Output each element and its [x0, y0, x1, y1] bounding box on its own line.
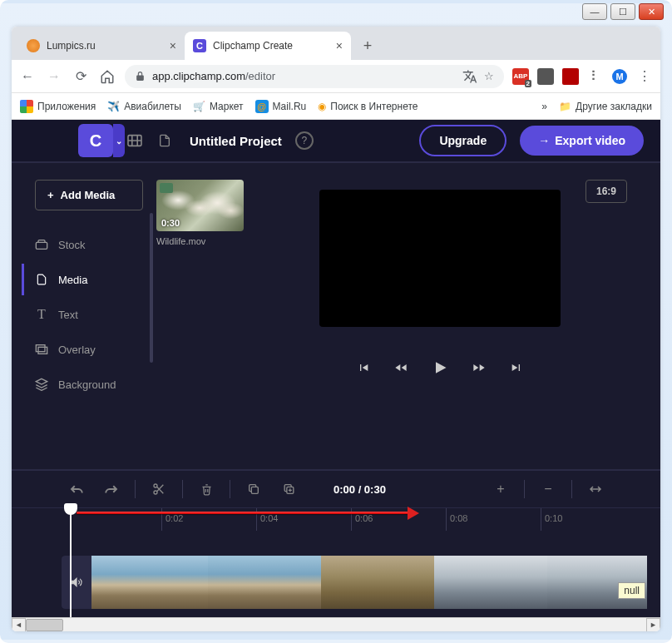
extension-adobe-icon[interactable]: [562, 68, 579, 85]
upgrade-button[interactable]: Upgrade: [419, 125, 506, 156]
lock-icon: [135, 71, 146, 82]
sidebar-item-background[interactable]: Background: [22, 368, 145, 400]
skip-start-button[interactable]: [357, 361, 370, 374]
menu-button[interactable]: ⋮: [635, 67, 654, 86]
bookmark-label: Приложения: [37, 101, 96, 112]
tab-close-icon[interactable]: ×: [170, 39, 176, 52]
new-tab-button[interactable]: +: [356, 34, 379, 57]
favicon-icon: [27, 39, 40, 52]
sidebar-label: Text: [58, 309, 78, 321]
export-label: Export video: [555, 134, 625, 147]
rewind-button[interactable]: [393, 361, 408, 374]
overlay-icon: [35, 343, 48, 356]
aspect-ratio-button[interactable]: 16:9: [586, 180, 627, 203]
logo-letter: C: [90, 131, 101, 151]
duplicate-button[interactable]: [274, 476, 304, 502]
undo-button[interactable]: [62, 476, 91, 502]
close-window-button[interactable]: ✕: [639, 3, 664, 20]
extension-abp-icon[interactable]: ABP 2: [512, 68, 529, 85]
extension-icon[interactable]: [537, 68, 554, 85]
bookmark-avia[interactable]: ✈️ Авиабилеты: [107, 101, 181, 112]
svg-rect-3: [38, 347, 47, 354]
sidebar-item-text[interactable]: T Text: [22, 299, 145, 330]
bookmark-apps[interactable]: Приложения: [20, 100, 96, 113]
plane-icon: ✈️: [107, 101, 120, 112]
abp-label: ABP: [514, 72, 528, 80]
bookmark-search[interactable]: ◉ Поиск в Интернете: [318, 101, 418, 112]
star-icon[interactable]: ☆: [484, 70, 494, 82]
split-button[interactable]: [144, 476, 174, 502]
bookmark-label: Mail.Ru: [273, 101, 307, 112]
sidebar-scrollbar[interactable]: [150, 213, 153, 363]
cart-icon: 🛒: [193, 101, 205, 112]
add-media-button[interactable]: + Add Media: [35, 180, 143, 210]
translate-icon[interactable]: [462, 69, 477, 84]
video-library-icon[interactable]: [126, 132, 143, 149]
maximize-button[interactable]: ☐: [610, 3, 635, 20]
clip-frame: [321, 556, 434, 609]
null-tooltip: null: [618, 582, 645, 599]
bookmark-label: Маркет: [210, 101, 244, 112]
video-preview[interactable]: [319, 190, 561, 327]
scrollbar-track[interactable]: [26, 618, 646, 632]
timeline-ruler[interactable]: 0:02 0:04 0:06 0:08 0:10: [12, 507, 660, 531]
minimize-button[interactable]: —: [582, 3, 607, 20]
sidebar-item-stock[interactable]: Stock: [22, 229, 145, 260]
media-duration: 0:30: [161, 218, 180, 228]
browser-toolbar: ← → ⟳ app.clipchamp.com/editor ☆ ABP 2: [12, 60, 660, 93]
zoom-in-button[interactable]: +: [486, 476, 516, 502]
timeline-tracks[interactable]: [12, 531, 660, 617]
search-bookmark-icon: ◉: [318, 101, 326, 112]
clip-frame: [208, 556, 321, 609]
export-video-button[interactable]: → Export video: [520, 126, 644, 156]
home-button[interactable]: [98, 67, 116, 86]
url-host: app.clipchamp.com/editor: [152, 70, 275, 82]
extension-icon[interactable]: ⠇: [587, 68, 604, 85]
fit-button[interactable]: [581, 476, 610, 502]
bookmark-other[interactable]: 📁 Другие закладки: [559, 101, 652, 112]
project-title[interactable]: Untitled Project: [190, 134, 282, 148]
sidebar-item-media[interactable]: Media: [22, 264, 145, 295]
bookmark-market[interactable]: 🛒 Маркет: [193, 101, 244, 112]
horizontal-scrollbar[interactable]: ◄ ►: [12, 617, 660, 631]
sidebar-item-overlay[interactable]: Overlay: [22, 334, 145, 365]
bookmark-label: Поиск в Интернете: [330, 101, 418, 112]
apps-icon: [20, 100, 33, 113]
browser-tabbar: Lumpics.ru × C Clipchamp Create × +: [12, 27, 660, 60]
tab-title: Lumpics.ru: [47, 40, 163, 52]
forward-button[interactable]: [472, 361, 487, 374]
copy-button[interactable]: [239, 476, 269, 502]
redo-button[interactable]: [96, 476, 126, 502]
browser-tab-clipchamp[interactable]: C Clipchamp Create ×: [185, 32, 351, 60]
media-type-badge: [160, 183, 173, 193]
document-icon[interactable]: [156, 132, 173, 149]
delete-button[interactable]: [191, 476, 221, 502]
app-logo[interactable]: C ⌄: [78, 124, 113, 157]
address-bar[interactable]: app.clipchamp.com/editor ☆: [125, 65, 504, 88]
back-button[interactable]: ←: [18, 67, 37, 86]
scroll-right-button[interactable]: ►: [646, 618, 660, 632]
forward-button[interactable]: →: [45, 67, 63, 86]
ruler-tick: 0:08: [446, 508, 467, 531]
timeline-section: 0:00 / 0:30 + − 0:02 0:04: [12, 469, 660, 617]
profile-avatar[interactable]: M: [612, 69, 627, 84]
tab-close-icon[interactable]: ×: [336, 39, 343, 52]
scrollbar-thumb[interactable]: [26, 619, 63, 631]
reload-button[interactable]: ⟳: [72, 67, 90, 86]
playhead[interactable]: [70, 508, 72, 617]
scroll-left-button[interactable]: ◄: [12, 618, 26, 632]
skip-end-button[interactable]: [510, 361, 523, 374]
bookmark-label: Другие закладки: [576, 101, 652, 112]
browser-tab-lumpics[interactable]: Lumpics.ru ×: [18, 32, 185, 60]
bookmark-mailru[interactable]: @ Mail.Ru: [255, 100, 307, 113]
media-filename: Wildlife.mov: [156, 236, 244, 246]
abp-badge: 2: [525, 80, 531, 87]
media-thumbnail[interactable]: 0:30: [156, 180, 244, 231]
sidebar-label: Stock: [58, 239, 86, 251]
mute-track-button[interactable]: [62, 556, 91, 609]
play-button[interactable]: [432, 359, 448, 377]
help-icon[interactable]: ?: [295, 131, 314, 150]
video-track-clip[interactable]: [62, 556, 660, 609]
zoom-out-button[interactable]: −: [533, 476, 563, 502]
bookmark-overflow[interactable]: »: [541, 101, 547, 112]
